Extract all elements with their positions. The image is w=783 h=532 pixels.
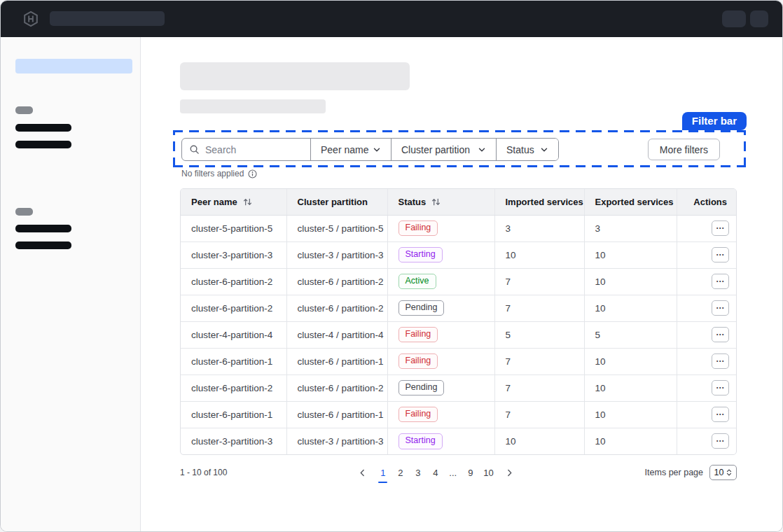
filter-bar-annotation-region: Filter bar Peer name xyxy=(173,130,746,167)
row-actions-button[interactable]: ··· xyxy=(712,300,729,316)
page-button-3[interactable]: 3 xyxy=(413,466,423,479)
peer-name-cell: cluster-6-partition-2 xyxy=(181,374,286,401)
imported-services-cell: 10 xyxy=(494,241,584,268)
status-cell: Failing xyxy=(387,348,494,374)
peer-name-cell: cluster-5-partition-5 xyxy=(181,215,286,241)
imported-services-cell: 10 xyxy=(494,428,584,454)
main-content: Filter bar Peer name xyxy=(141,37,782,531)
imported-services-cell: 7 xyxy=(494,348,584,374)
chevron-down-icon xyxy=(373,146,381,154)
filter-dropdown-status[interactable]: Status xyxy=(496,139,558,160)
row-actions-button[interactable]: ··· xyxy=(712,327,729,342)
app-window: Filter bar Peer name xyxy=(0,0,783,532)
table-row: cluster-4-partition-4cluster-4 / partiti… xyxy=(181,321,737,348)
page-button-4[interactable]: 4 xyxy=(430,466,441,479)
exported-services-cell: 10 xyxy=(584,428,677,454)
filter-dropdown-cluster-partition[interactable]: Cluster partition xyxy=(391,139,496,160)
items-per-page-value: 10 xyxy=(714,468,724,477)
status-badge: Starting xyxy=(399,247,443,263)
page-ellipsis: ... xyxy=(448,466,458,479)
status-badge: Pending xyxy=(399,380,445,396)
row-actions-button[interactable]: ··· xyxy=(712,433,729,449)
search-field[interactable] xyxy=(182,139,310,160)
cluster-partition-cell: cluster-3 / partition-3 xyxy=(286,241,387,268)
table-row: cluster-6-partition-2cluster-6 / partiti… xyxy=(181,374,737,401)
status-cell: Failing xyxy=(387,401,494,428)
cluster-partition-cell: cluster-3 / partition-3 xyxy=(286,428,387,454)
actions-cell: ··· xyxy=(677,401,737,428)
filter-dropdown-label: Peer name xyxy=(321,144,368,155)
info-icon[interactable] xyxy=(248,169,257,178)
cluster-partition-cell: cluster-6 / partition-1 xyxy=(286,348,387,374)
status-cell: Failing xyxy=(387,321,494,348)
actions-cell: ··· xyxy=(677,348,737,374)
more-filters-button[interactable]: More filters xyxy=(648,139,720,160)
nav-search-skeleton xyxy=(50,11,165,26)
column-header-actions: Actions xyxy=(677,189,737,215)
cluster-partition-cell: cluster-6 / partition-2 xyxy=(286,295,387,321)
cluster-partition-cell: cluster-6 / partition-2 xyxy=(286,268,387,295)
sidebar-item-skeleton xyxy=(15,241,71,249)
row-actions-button[interactable]: ··· xyxy=(712,274,729,289)
filter-dropdown-label: Cluster partition xyxy=(401,144,470,155)
page-button-1[interactable]: 1 xyxy=(377,466,388,479)
page-button-9[interactable]: 9 xyxy=(465,466,476,479)
row-actions-button[interactable]: ··· xyxy=(712,247,729,262)
next-page-button[interactable] xyxy=(501,467,518,479)
column-header-peer-name[interactable]: Peer name xyxy=(181,189,286,215)
sidebar-item-skeleton xyxy=(15,141,71,148)
row-actions-button[interactable]: ··· xyxy=(712,380,729,396)
status-badge: Failing xyxy=(399,407,438,423)
sidebar-section-label-skeleton xyxy=(15,106,33,114)
sort-icon xyxy=(242,197,253,207)
imported-services-cell: 7 xyxy=(494,295,584,321)
column-header-status[interactable]: Status xyxy=(387,189,494,215)
exported-services-cell: 10 xyxy=(584,295,677,321)
table-row: cluster-6-partition-1cluster-6 / partiti… xyxy=(181,348,737,374)
column-header-exported-services: Exported services xyxy=(584,189,677,215)
status-cell: Pending xyxy=(387,295,494,321)
filters-applied-status: No filters applied xyxy=(181,169,257,178)
imported-services-cell: 7 xyxy=(494,374,584,401)
exported-services-cell: 10 xyxy=(584,401,677,428)
sidebar-active-item-skeleton xyxy=(15,59,132,74)
peer-name-cell: cluster-6-partition-1 xyxy=(181,401,286,428)
column-header-cluster-partition: Cluster partition xyxy=(286,189,387,215)
peer-name-cell: cluster-6-partition-2 xyxy=(181,268,286,295)
peer-name-cell: cluster-6-partition-2 xyxy=(181,295,286,321)
status-cell: Failing xyxy=(387,215,494,241)
row-actions-button[interactable]: ··· xyxy=(712,354,729,369)
search-input[interactable] xyxy=(205,144,296,155)
table-row: cluster-3-partition-3cluster-3 / partiti… xyxy=(181,428,737,454)
hashicorp-logo-icon xyxy=(22,10,39,27)
peer-name-cell: cluster-3-partition-3 xyxy=(181,428,286,454)
items-per-page-label: Items per page xyxy=(645,468,703,477)
actions-cell: ··· xyxy=(677,215,737,241)
imported-services-cell: 5 xyxy=(494,321,584,348)
table-row: cluster-3-partition-3cluster-3 / partiti… xyxy=(181,241,737,268)
row-actions-button[interactable]: ··· xyxy=(712,220,729,236)
chevron-down-icon xyxy=(478,146,486,154)
actions-cell: ··· xyxy=(677,374,737,401)
filter-dropdown-label: Status xyxy=(506,144,534,155)
filter-dropdown-peer-name[interactable]: Peer name xyxy=(310,139,391,160)
column-header-imported-services: Imported services xyxy=(494,189,584,215)
column-label: Actions xyxy=(693,197,727,207)
prev-page-button[interactable] xyxy=(354,467,370,479)
status-badge: Failing xyxy=(399,354,438,370)
row-actions-button[interactable]: ··· xyxy=(712,407,729,422)
page-button-10[interactable]: 10 xyxy=(483,466,494,479)
page-button-2[interactable]: 2 xyxy=(395,466,406,479)
exported-services-cell: 10 xyxy=(584,374,677,401)
table-row: cluster-6-partition-1cluster-6 / partiti… xyxy=(181,401,737,428)
exported-services-cell: 5 xyxy=(584,321,677,348)
exported-services-cell: 10 xyxy=(584,348,677,374)
actions-cell: ··· xyxy=(677,295,737,321)
items-per-page-select[interactable]: 10 xyxy=(709,465,737,480)
column-label: Status xyxy=(399,197,427,207)
actions-cell: ··· xyxy=(677,321,737,348)
top-navbar xyxy=(1,1,782,37)
imported-services-cell: 7 xyxy=(494,268,584,295)
column-label: Imported services xyxy=(506,197,583,207)
peers-table: Peer nameCluster partitionStatusImported… xyxy=(180,188,737,455)
